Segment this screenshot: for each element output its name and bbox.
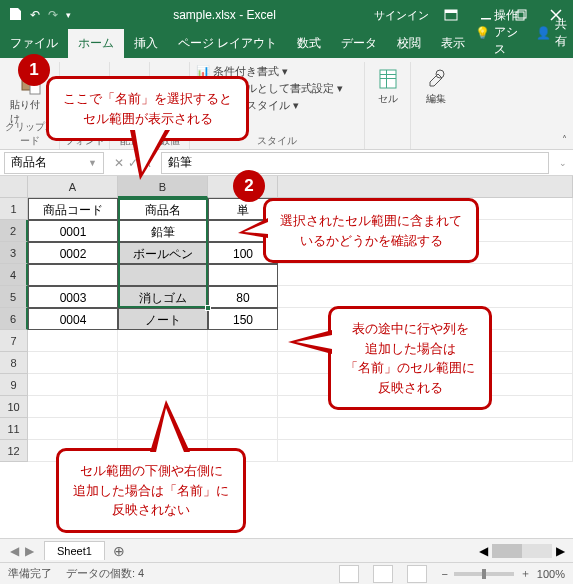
col-rest[interactable] (278, 176, 573, 198)
tab-insert[interactable]: 挿入 (124, 29, 168, 58)
share-button[interactable]: 共有 (555, 16, 567, 50)
cell-A5[interactable]: 0003 (28, 286, 118, 308)
cell-C6[interactable]: 150 (208, 308, 278, 330)
tab-layout[interactable]: ページ レイアウト (168, 29, 287, 58)
row-1[interactable]: 1 (0, 198, 28, 220)
formula-input[interactable]: 鉛筆 (161, 152, 549, 174)
name-box[interactable]: 商品名▼ (4, 152, 104, 174)
svg-marker-16 (244, 222, 268, 234)
expand-formula-icon[interactable]: ⌄ (553, 158, 573, 168)
cell-B4[interactable] (118, 264, 208, 286)
fill-handle[interactable] (205, 305, 211, 311)
edit-button[interactable]: 編集 (422, 64, 450, 110)
undo-icon[interactable]: ↶ (30, 8, 40, 22)
status-bar: 準備完了 データの個数: 4 − ＋ 100% (0, 562, 573, 584)
col-A[interactable]: A (28, 176, 118, 198)
formula-bar: 商品名▼ ✕ ✓ fx 鉛筆 ⌄ (0, 150, 573, 176)
window-title: sample.xlsx - Excel (79, 8, 370, 22)
row-7[interactable]: 7 (0, 330, 28, 352)
tab-home[interactable]: ホーム (68, 29, 124, 58)
badge-1: 1 (18, 54, 50, 86)
row-9[interactable]: 9 (0, 374, 28, 396)
status-ready: 準備完了 (8, 566, 52, 581)
sheet-prev-icon[interactable]: ◀ (10, 544, 19, 558)
select-all-triangle[interactable] (0, 176, 28, 198)
svg-rect-1 (445, 10, 457, 13)
sheet-tab-1[interactable]: Sheet1 (44, 541, 105, 560)
row-10[interactable]: 10 (0, 396, 28, 418)
callout-3: 表の途中に行や列を 追加した場合は 「名前」のセル範囲に 反映される (328, 306, 492, 410)
row-3[interactable]: 3 (0, 242, 28, 264)
svg-rect-11 (386, 70, 387, 88)
svg-rect-9 (380, 74, 396, 75)
zoom-in-icon[interactable]: ＋ (520, 566, 531, 581)
cell-C4[interactable] (208, 264, 278, 286)
row-8[interactable]: 8 (0, 352, 28, 374)
chevron-down-icon[interactable]: ▼ (88, 158, 97, 168)
cells-button[interactable]: セル (374, 64, 402, 110)
view-pagebreak-icon[interactable] (407, 565, 427, 583)
view-normal-icon[interactable] (339, 565, 359, 583)
cell-B1[interactable]: 商品名 (118, 198, 208, 220)
status-count: データの個数: 4 (66, 566, 144, 581)
zoom-out-icon[interactable]: − (441, 568, 447, 580)
cell-A3[interactable]: 0002 (28, 242, 118, 264)
svg-point-12 (436, 70, 444, 78)
row-11[interactable]: 11 (0, 418, 28, 440)
callout-4: セル範囲の下側や右側に 追加した場合は「名前」に 反映されない (56, 448, 246, 533)
row-5[interactable]: 5 (0, 286, 28, 308)
zoom-level[interactable]: 100% (537, 568, 565, 580)
qat-dropdown-icon[interactable]: ▾ (66, 10, 71, 20)
cell-A2[interactable]: 0001 (28, 220, 118, 242)
ribbon-opts-icon[interactable] (433, 0, 468, 30)
row-4[interactable]: 4 (0, 264, 28, 286)
cell-B6[interactable]: ノート (118, 308, 208, 330)
ribbon-tabs: ファイル ホーム 挿入 ページ レイアウト 数式 データ 校閲 表示 💡 操作ア… (0, 30, 573, 58)
tell-me[interactable]: 操作アシス (494, 7, 525, 58)
row-12[interactable]: 12 (0, 440, 28, 462)
row-6[interactable]: 6 (0, 308, 28, 330)
cell-B3[interactable]: ボールペン (118, 242, 208, 264)
cell-B2[interactable]: 鉛筆 (118, 220, 208, 242)
lightbulb-icon: 💡 (475, 26, 490, 40)
tab-formula[interactable]: 数式 (287, 29, 331, 58)
new-sheet-icon[interactable]: ⊕ (105, 543, 133, 559)
cell-A6[interactable]: 0004 (28, 308, 118, 330)
signin-label[interactable]: サインイン (370, 8, 433, 23)
cancel-icon[interactable]: ✕ (114, 156, 124, 170)
tab-data[interactable]: データ (331, 29, 387, 58)
tab-view[interactable]: 表示 (431, 29, 475, 58)
badge-2: 2 (233, 170, 265, 202)
callout-2: 選択されたセル範囲に含まれて いるかどうかを確認する (263, 198, 479, 263)
redo-icon[interactable]: ↷ (48, 8, 58, 22)
hscroll-right-icon[interactable]: ▶ (556, 544, 565, 558)
view-pagelayout-icon[interactable] (373, 565, 393, 583)
save-icon[interactable] (8, 7, 22, 24)
zoom-slider[interactable] (454, 572, 514, 576)
hscroll-left-icon[interactable]: ◀ (479, 544, 488, 558)
tab-review[interactable]: 校閲 (387, 29, 431, 58)
sheet-next-icon[interactable]: ▶ (25, 544, 34, 558)
user-icon: 👤 (536, 26, 551, 40)
hscrollbar[interactable] (492, 544, 552, 558)
cell-B5[interactable]: 消しゴム (118, 286, 208, 308)
row-2[interactable]: 2 (0, 220, 28, 242)
cell-A1[interactable]: 商品コード (28, 198, 118, 220)
svg-rect-10 (380, 78, 396, 79)
sheet-tabs: ◀▶ Sheet1 ⊕ ◀▶ (0, 538, 573, 562)
collapse-ribbon-icon[interactable]: ˄ (562, 134, 567, 145)
cell-C5[interactable]: 80 (208, 286, 278, 308)
cell-A4[interactable] (28, 264, 118, 286)
